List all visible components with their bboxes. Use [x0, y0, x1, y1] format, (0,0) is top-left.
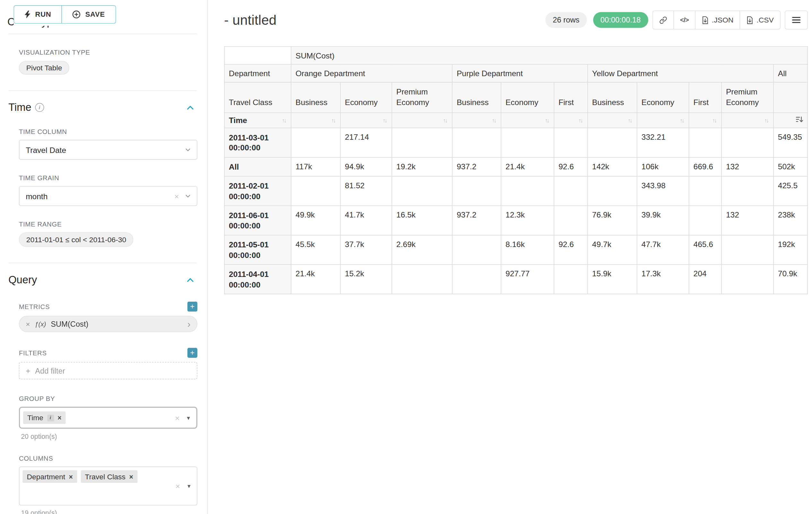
value-cell: 937.2 — [452, 157, 501, 177]
sort-icon[interactable]: ↑↓ — [492, 117, 496, 124]
sortable-column-cell[interactable]: ↑↓ — [341, 112, 392, 128]
column-group-header: Purple Department — [452, 64, 588, 82]
run-button[interactable]: RUN — [14, 5, 62, 23]
time-header-cell[interactable]: Time↑↓ — [224, 112, 291, 128]
sort-icon[interactable]: ↑↓ — [680, 117, 685, 124]
sort-icon[interactable]: ↑↓ — [545, 117, 550, 124]
value-cell: 142k — [588, 157, 637, 177]
chart-title[interactable]: - untitled — [224, 12, 545, 28]
sortable-column-cell[interactable]: ↑↓ — [588, 112, 637, 128]
add-filter-dropzone[interactable]: + Add filter — [19, 362, 197, 379]
file-download-icon — [747, 16, 753, 24]
sortable-column-cell[interactable] — [774, 112, 808, 128]
sortable-column-cell[interactable]: ↑↓ — [722, 112, 774, 128]
table-row: 2011-06-01 00:00:0049.9k41.7k16.5k937.21… — [224, 206, 808, 235]
export-button-group: </> .JSON .CSV — [652, 10, 781, 30]
value-cell: 17.3k — [637, 264, 689, 294]
time-column-select[interactable]: Travel Date — [19, 140, 197, 160]
remove-icon[interactable]: × — [129, 472, 133, 481]
group-by-select[interactable]: Timei× × ▼ — [19, 407, 197, 429]
viz-type-label: VISUALIZATION TYPE — [19, 49, 197, 56]
copy-link-button[interactable] — [652, 10, 674, 30]
sortable-column-cell[interactable]: ↑↓ — [689, 112, 722, 128]
save-button[interactable]: SAVE — [62, 5, 116, 23]
travel-class-column-header: Premium Economy — [722, 82, 774, 112]
chevron-right-icon[interactable]: › — [187, 319, 191, 329]
app: Chart Type RUN SAVE VISUALIZATION TYPE P… — [0, 0, 812, 514]
column-group-header: Orange Department — [291, 64, 452, 82]
columns-label: COLUMNS — [19, 455, 197, 462]
value-cell: 21.4k — [291, 264, 341, 294]
value-cell — [689, 206, 722, 235]
selected-value-pill[interactable]: Timei× — [23, 411, 66, 424]
sort-icon[interactable]: ↑↓ — [383, 117, 387, 124]
add-metric-button[interactable]: + — [187, 302, 197, 312]
sort-icon[interactable]: ↑↓ — [628, 117, 633, 124]
value-cell: 927.77 — [501, 264, 554, 294]
export-json-button[interactable]: .JSON — [695, 10, 741, 30]
value-cell: 92.6 — [554, 157, 588, 177]
sort-desc-icon[interactable] — [796, 116, 803, 123]
caret-down-icon[interactable]: ▼ — [186, 483, 192, 489]
remove-icon[interactable]: × — [57, 414, 61, 422]
value-cell — [588, 177, 637, 206]
time-range-pill[interactable]: 2011-01-01 ≤ col < 2011-06-30 — [19, 232, 134, 247]
value-cell: 15.2k — [341, 264, 392, 294]
selected-value-pill[interactable]: Department× — [23, 470, 77, 483]
sortable-column-cell[interactable]: ↑↓ — [501, 112, 554, 128]
plus-icon: + — [26, 366, 30, 375]
remove-metric-icon[interactable]: × — [26, 320, 30, 328]
travel-class-column-header: First — [689, 82, 722, 112]
more-options-button[interactable] — [785, 10, 808, 30]
divider — [8, 90, 197, 91]
chevron-down-icon — [185, 148, 190, 151]
value-cell: 2.69k — [392, 235, 452, 265]
chart-header: - untitled 26 rows 00:00:00.18 </> .JSON — [224, 10, 808, 30]
remove-icon[interactable]: × — [69, 472, 73, 481]
sortable-column-cell[interactable]: ↑↓ — [291, 112, 341, 128]
caret-down-icon[interactable]: ▼ — [186, 415, 191, 421]
export-csv-button[interactable]: .CSV — [740, 10, 781, 30]
add-filter-button[interactable]: + — [187, 348, 197, 358]
pivot-table-container: SUM(Cost)DepartmentOrange DepartmentPurp… — [224, 46, 808, 294]
columns-select[interactable]: Department×Travel Class× × ▼ — [19, 466, 197, 505]
value-cell: 15.9k — [588, 264, 637, 294]
metric-header-cell: SUM(Cost) — [291, 47, 808, 64]
value-cell: 94.9k — [341, 157, 392, 177]
value-cell — [689, 128, 722, 157]
value-cell: 16.5k — [392, 206, 452, 235]
chevron-up-icon[interactable] — [187, 277, 194, 282]
sort-icon[interactable]: ↑↓ — [443, 117, 448, 124]
export-csv-label: .CSV — [756, 16, 774, 24]
embed-code-button[interactable]: </> — [673, 10, 696, 30]
time-grain-select[interactable]: month × — [19, 186, 197, 206]
sortable-column-cell[interactable]: ↑↓ — [392, 112, 452, 128]
query-section-header[interactable]: Query — [8, 274, 197, 286]
plus-circle-icon — [72, 10, 81, 19]
sort-icon[interactable]: ↑↓ — [578, 117, 583, 124]
value-cell — [392, 264, 452, 294]
sort-icon[interactable]: ↑↓ — [764, 117, 769, 124]
selected-value-pill[interactable]: Travel Class× — [81, 470, 137, 483]
clear-icon[interactable]: × — [174, 191, 179, 200]
sortable-column-cell[interactable]: ↑↓ — [637, 112, 689, 128]
table-row: 2011-05-01 00:00:0045.5k37.7k2.69k8.16k9… — [224, 235, 808, 265]
row-header-cell: 2011-06-01 00:00:00 — [224, 206, 291, 235]
value-cell: 47.7k — [637, 235, 689, 265]
time-column-label: TIME COLUMN — [19, 128, 197, 136]
value-cell — [291, 128, 341, 157]
sortable-column-cell[interactable]: ↑↓ — [452, 112, 501, 128]
export-json-label: .JSON — [712, 16, 733, 24]
clear-icon[interactable]: × — [175, 413, 179, 422]
viz-type-pill[interactable]: Pivot Table — [19, 61, 69, 75]
sortable-column-cell[interactable]: ↑↓ — [554, 112, 588, 128]
sort-icon[interactable]: ↑↓ — [331, 117, 336, 124]
metric-pill[interactable]: × ƒ(x) SUM(Cost) › — [19, 316, 197, 332]
clear-icon[interactable]: × — [176, 482, 180, 491]
chevron-up-icon[interactable] — [187, 105, 194, 110]
group-by-options-hint: 20 option(s) — [21, 432, 197, 440]
sort-icon[interactable]: ↑↓ — [712, 117, 717, 124]
sort-icon[interactable]: ↑↓ — [282, 117, 287, 124]
time-section-header[interactable]: Time i — [8, 102, 197, 114]
travel-class-column-header: Business — [452, 82, 501, 112]
